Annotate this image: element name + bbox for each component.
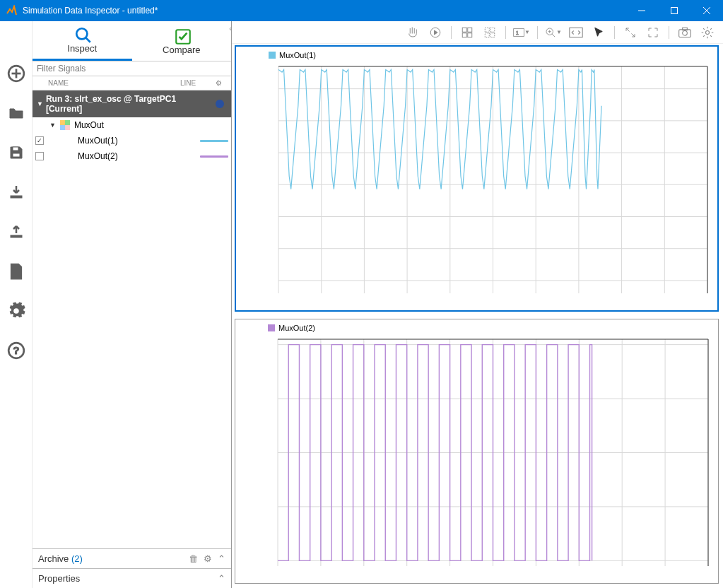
plot-1[interactable]: MuxOut(1) -0.025-0.02-0.015-0.01-0.00500… [235,45,719,312]
svg-text:?: ? [13,344,19,356]
svg-rect-8 [13,153,20,157]
expand-icon[interactable] [622,24,639,41]
legend-swatch [269,52,276,59]
properties-section[interactable]: Properties ⌃ [33,568,231,588]
pan-icon[interactable] [404,24,421,41]
check-icon [174,28,189,43]
properties-label: Properties [38,573,80,584]
legend-swatch [268,324,275,331]
main-area: 1▼ ▼ MuxOut(1) -0.025-0.02-0.015-0.01-0.… [232,21,723,588]
svg-text:1: 1 [516,30,519,35]
fullscreen-icon[interactable] [645,24,662,41]
signal-checkbox[interactable]: ✓ [35,136,44,145]
signal-group[interactable]: ▼ MuxOut [33,117,231,133]
zoom-icon[interactable]: ▼ [545,24,562,41]
tab-compare-label: Compare [163,45,200,55]
svg-rect-27 [485,33,489,37]
minimize-button[interactable] [625,0,658,21]
archive-label: Archive [38,553,69,564]
col-name: NAME [38,79,180,87]
chevron-up-icon[interactable]: ⌃ [218,553,225,564]
inspector-panel: ‹ Inspect Compare NAME LINE ⚙ ▼ Run 3: s… [33,21,232,588]
play-icon[interactable] [427,24,444,41]
svg-rect-24 [468,33,472,37]
camera-icon[interactable] [676,24,693,41]
svg-rect-1 [671,8,678,14]
filter-input[interactable] [33,61,231,76]
svg-rect-23 [462,33,466,37]
svg-point-39 [706,30,710,34]
mux-icon [60,120,70,130]
save-icon[interactable] [6,143,26,163]
tab-compare[interactable]: Compare [132,21,232,61]
fit-icon[interactable] [568,24,584,41]
signal-label: MuxOut(2) [78,151,196,161]
plot-1-canvas: -0.025-0.02-0.015-0.01-0.00500.0057.07.1… [276,65,710,295]
col-line: LINE [180,79,216,87]
tab-inspect-label: Inspect [67,43,97,54]
import-icon[interactable] [6,182,26,202]
plot-2-canvas: -1-0.500.517.07.17.27.37.47.57.67.77.87.… [275,338,711,568]
archive-count: (2) [71,553,83,564]
run-label: Run 3: slrt_ex_osc @ TargetPC1 [Current] [46,94,213,114]
legend-label: MuxOut(2) [278,324,315,332]
plot-2[interactable]: MuxOut(2) -1-0.500.517.07.17.27.37.47.57… [235,319,719,584]
svg-point-13 [77,28,88,39]
svg-rect-9 [11,196,22,198]
svg-rect-17 [65,120,70,125]
svg-rect-7 [13,147,18,151]
settings-icon[interactable] [699,24,716,41]
pointer-icon[interactable] [590,24,607,41]
run-status-dot [216,100,224,108]
svg-point-37 [683,30,688,35]
matlab-icon [6,5,17,16]
svg-rect-19 [65,125,70,130]
help-icon[interactable]: ? [6,341,26,360]
signal-tree: ▼ MuxOut ✓ MuxOut(1) MuxOut(2) [33,117,231,548]
legend-label: MuxOut(1) [279,51,316,59]
tab-inspect[interactable]: Inspect [33,21,132,61]
layout-icon[interactable]: 1▼ [513,24,530,41]
close-button[interactable] [690,0,723,21]
svg-rect-25 [485,28,489,32]
trash-icon[interactable]: 🗑 [189,553,198,564]
document-icon[interactable] [6,261,26,281]
archive-section[interactable]: Archive (2) 🗑 ⚙ ⌃ [33,548,231,568]
signal-checkbox[interactable] [35,152,44,160]
side-rail: ? [0,21,33,588]
chevron-down-icon: ▼ [37,100,43,107]
gear-icon[interactable] [6,301,26,321]
svg-line-32 [552,34,555,37]
gear-icon[interactable]: ⚙ [204,553,212,564]
signal-row[interactable]: ✓ MuxOut(1) [33,133,231,148]
signal-label: MuxOut(1) [78,136,196,146]
run-row[interactable]: ▼ Run 3: slrt_ex_osc @ TargetPC1 [Curren… [33,90,231,117]
svg-rect-21 [462,28,466,32]
svg-rect-38 [683,28,688,30]
svg-rect-28 [490,33,495,37]
svg-rect-29 [514,28,524,36]
svg-rect-10 [11,235,22,237]
svg-rect-18 [60,125,65,130]
chevron-up-icon[interactable]: ⌃ [218,573,225,584]
signal-line-swatch [200,140,228,142]
grid-icon[interactable] [459,24,476,41]
search-icon [74,26,90,42]
maximize-button[interactable] [658,0,690,21]
signal-group-label: MuxOut [74,120,228,130]
svg-rect-16 [60,120,65,125]
chevron-down-icon: ▼ [49,122,56,129]
signal-row[interactable]: MuxOut(2) [33,148,231,164]
export-icon[interactable] [6,222,26,242]
window-title: Simulation Data Inspector - untitled* [23,6,625,16]
svg-rect-22 [468,28,472,32]
grid-dash-icon[interactable] [481,24,498,41]
collapse-panel-icon[interactable]: ‹ [229,24,232,33]
plot-toolbar: 1▼ ▼ [232,21,723,44]
svg-line-14 [86,37,91,42]
col-gear-icon[interactable]: ⚙ [216,79,225,87]
new-icon[interactable] [6,64,26,83]
folder-icon[interactable] [6,103,26,123]
svg-rect-26 [490,28,495,32]
signal-line-swatch [200,155,228,158]
